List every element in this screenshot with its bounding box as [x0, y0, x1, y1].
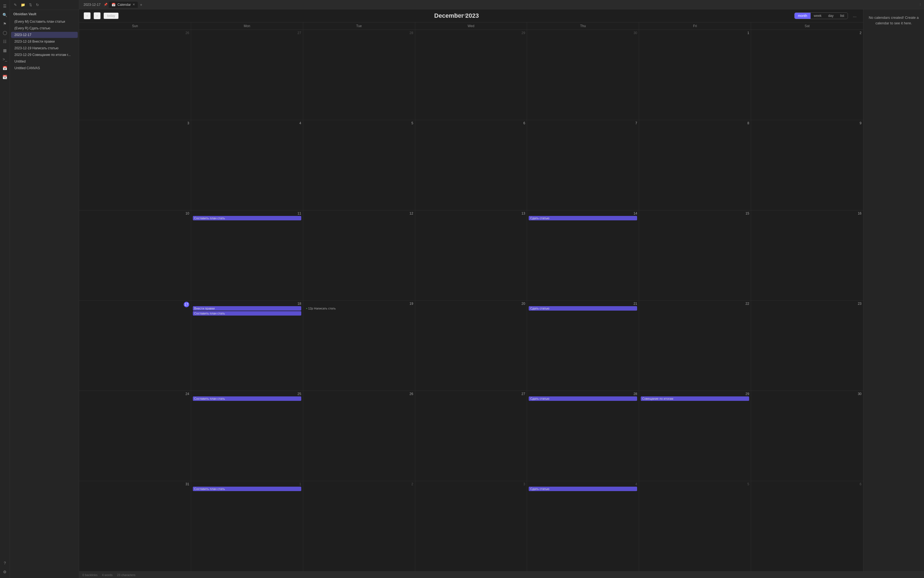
- search-rail-icon[interactable]: 🔍: [1, 11, 9, 19]
- collapse-icon[interactable]: ↻: [35, 2, 40, 8]
- cal-day-1-0[interactable]: 3: [79, 120, 191, 210]
- cal-event-5-4-0[interactable]: Сдать статью: [529, 487, 637, 491]
- day-number: 4: [193, 121, 301, 125]
- cal-day-2-5[interactable]: 15: [639, 210, 751, 300]
- sidebar-item-every-m[interactable]: (Every M) Составить план статьи: [11, 19, 78, 24]
- bookmark-rail-icon[interactable]: ⚑: [1, 20, 9, 28]
- cal-day-2-1[interactable]: 11Составить план стать: [191, 210, 303, 300]
- cal-day-3-2[interactable]: 1912p Написать стать: [303, 300, 415, 391]
- sidebar-item-2023-12-29[interactable]: 2023-12-29 Совещание по итогам г...: [11, 52, 78, 58]
- day-number: 26: [305, 392, 413, 396]
- cal-day-5-1[interactable]: 1Составить план стать: [191, 481, 303, 572]
- help-icon[interactable]: ?: [1, 559, 9, 567]
- characters-status[interactable]: 23 characters: [117, 573, 136, 576]
- cal-event-3-1-0[interactable]: Внести правки: [193, 306, 301, 310]
- sidebar-item-2023-12-17[interactable]: 2023-12-17: [11, 32, 78, 38]
- cal-day-3-3[interactable]: 20: [415, 300, 527, 391]
- cal-day-4-4[interactable]: 28Сдать статью: [527, 391, 639, 481]
- day-number: 10: [81, 211, 189, 215]
- backlinks-status[interactable]: 0 backlinks: [83, 573, 97, 576]
- files-icon[interactable]: ☰: [1, 2, 9, 10]
- grid-icon[interactable]: ☷: [1, 37, 9, 45]
- cal-event-3-2-0[interactable]: 12p Написать стать: [305, 306, 413, 310]
- new-note-icon[interactable]: ✎: [13, 2, 18, 8]
- cal-event-4-4-0[interactable]: Сдать статью: [529, 396, 637, 401]
- cal-day-5-5[interactable]: 5: [639, 481, 751, 572]
- calendar-more-button[interactable]: ...: [851, 12, 859, 19]
- cal-event-2-1-0[interactable]: Составить план стать: [193, 216, 301, 220]
- cal-day-1-5[interactable]: 8: [639, 120, 751, 210]
- cal-day-3-5[interactable]: 22: [639, 300, 751, 391]
- tab-extra-icon[interactable]: ⋮: [919, 3, 922, 6]
- cal-event-2-4-0[interactable]: Сдать статью: [529, 216, 637, 220]
- sidebar-item-every-r[interactable]: (Every R) Сдать статью: [11, 25, 78, 31]
- cal-day-4-5[interactable]: 29Совещание по итогам: [639, 391, 751, 481]
- cal-day-1-3[interactable]: 6: [415, 120, 527, 210]
- cal-day-1-1[interactable]: 4: [191, 120, 303, 210]
- sort-icon[interactable]: ⇅: [28, 2, 33, 8]
- daily-notes-icon[interactable]: 📅: [1, 64, 9, 72]
- cal-event-4-1-0[interactable]: Составить план стать: [193, 396, 301, 401]
- tag-icon[interactable]: ▩: [1, 47, 9, 54]
- graph-icon[interactable]: ◯: [1, 29, 9, 37]
- next-month-button[interactable]: ›: [94, 12, 101, 19]
- day-number: 2: [305, 482, 413, 486]
- cal-day-5-3[interactable]: 3: [415, 481, 527, 572]
- tab-close-button[interactable]: ✕: [133, 3, 135, 6]
- calendar-tab[interactable]: 📅 Calendar ✕: [109, 2, 138, 8]
- cal-event-4-5-0[interactable]: Совещание по итогам: [641, 396, 749, 401]
- prev-month-button[interactable]: ‹: [84, 12, 91, 19]
- week-view-button[interactable]: week: [811, 13, 825, 19]
- words-status[interactable]: 4 words: [102, 573, 113, 576]
- tab-bar: 2023-12-17 📌 📅 Calendar ✕ + ⋮: [79, 0, 924, 10]
- cal-day-0-4[interactable]: 30: [527, 30, 639, 120]
- cal-day-2-6[interactable]: 16: [751, 210, 863, 300]
- settings-icon[interactable]: ⚙: [1, 568, 9, 576]
- cal-day-3-4[interactable]: 21Сдать статью: [527, 300, 639, 391]
- sidebar: ✎ 📁 ⇅ ↻ Obsidian Vault (Every M) Состави…: [10, 0, 79, 578]
- cal-day-3-1[interactable]: 18Внести правкиСоставить план стать: [191, 300, 303, 391]
- sidebar-item-2023-12-19[interactable]: 2023-12-19 Написать статью: [11, 45, 78, 51]
- cal-event-3-1-1[interactable]: Составить план стать: [193, 311, 301, 316]
- today-button[interactable]: today: [104, 13, 119, 19]
- sidebar-item-untitled1[interactable]: Untitled: [11, 58, 78, 65]
- cal-day-0-6[interactable]: 2: [751, 30, 863, 120]
- cal-day-2-0[interactable]: 10: [79, 210, 191, 300]
- cal-day-0-2[interactable]: 28: [303, 30, 415, 120]
- new-folder-icon[interactable]: 📁: [19, 2, 26, 8]
- cal-day-5-4[interactable]: 4Сдать статью: [527, 481, 639, 572]
- cal-day-3-0[interactable]: 17: [79, 300, 191, 391]
- cal-day-2-3[interactable]: 13: [415, 210, 527, 300]
- cal-day-0-5[interactable]: 1: [639, 30, 751, 120]
- cal-day-5-2[interactable]: 2: [303, 481, 415, 572]
- cal-event-5-1-0[interactable]: Составить план стать: [193, 487, 301, 491]
- terminal-icon[interactable]: >_: [1, 55, 9, 63]
- cal-day-4-3[interactable]: 27: [415, 391, 527, 481]
- cal-day-1-4[interactable]: 7: [527, 120, 639, 210]
- cal-day-1-6[interactable]: 9: [751, 120, 863, 210]
- cal-day-2-2[interactable]: 12: [303, 210, 415, 300]
- cal-day-4-1[interactable]: 25Составить план стать: [191, 391, 303, 481]
- list-view-button[interactable]: list: [837, 13, 848, 19]
- cal-day-3-6[interactable]: 23: [751, 300, 863, 391]
- cal-day-0-1[interactable]: 27: [191, 30, 303, 120]
- cal-day-0-0[interactable]: 26: [79, 30, 191, 120]
- day-view-button[interactable]: day: [825, 13, 837, 19]
- cal-day-4-0[interactable]: 24: [79, 391, 191, 481]
- day-number: 29: [641, 392, 749, 396]
- cal-day-5-6[interactable]: 6: [751, 481, 863, 572]
- sidebar-item-untitled2[interactable]: Untitled CANVAS: [11, 65, 78, 71]
- tab-add-button[interactable]: +: [140, 3, 142, 7]
- cal-day-4-6[interactable]: 30: [751, 391, 863, 481]
- calendar-rail-icon[interactable]: 📆: [1, 73, 9, 81]
- month-view-button[interactable]: month: [795, 13, 810, 19]
- cal-day-0-3[interactable]: 29: [415, 30, 527, 120]
- cal-day-2-4[interactable]: 14Сдать статью: [527, 210, 639, 300]
- sidebar-item-2023-12-18[interactable]: 2023-12-18 Внести правки: [11, 39, 78, 45]
- day-number: 8: [641, 121, 749, 125]
- cal-event-3-4-0[interactable]: Сдать статью: [529, 306, 637, 310]
- cal-day-4-2[interactable]: 26: [303, 391, 415, 481]
- cal-day-5-0[interactable]: 31: [79, 481, 191, 572]
- day-number: 5: [305, 121, 413, 125]
- cal-day-1-2[interactable]: 5: [303, 120, 415, 210]
